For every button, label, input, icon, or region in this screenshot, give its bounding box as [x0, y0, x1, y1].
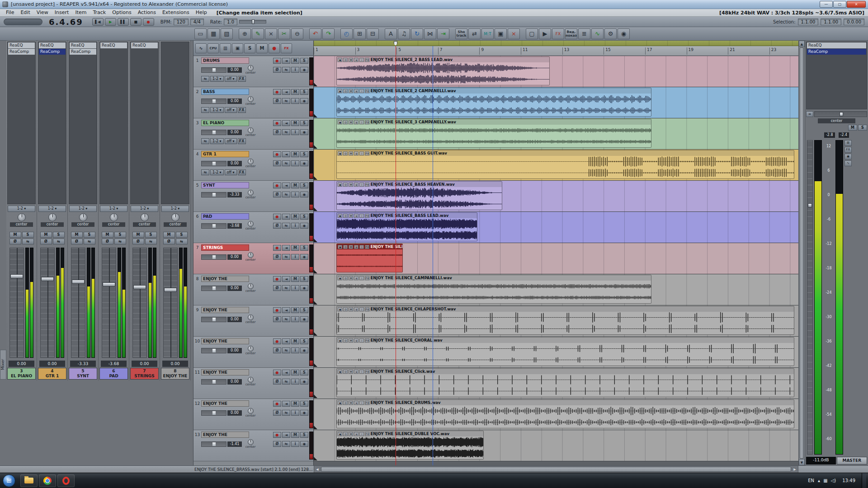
master-fx-slot[interactable]: ReaEQ [807, 42, 866, 48]
volume-fader-thumb[interactable] [212, 286, 216, 290]
record-arm-button[interactable]: ● [273, 338, 281, 344]
track-lane-5[interactable]: ◉⊙M≡iFXENJOY THE SILENCE_BASS HEAVEN.wav [314, 181, 798, 212]
volume-fader-thumb[interactable] [103, 282, 115, 286]
mixer-fx-slot[interactable]: ReaEQ [39, 42, 66, 48]
mixer-routing-button[interactable]: 1-2 ▾ [161, 206, 189, 212]
io-button[interactable]: ⇆ [282, 67, 290, 73]
item-fx-icon[interactable]: FX [365, 151, 369, 155]
item-properties-icon[interactable]: i [359, 151, 364, 155]
env-button[interactable]: i [291, 441, 299, 447]
master-route-button[interactable]: ⊞ [844, 140, 852, 146]
track-fx-button[interactable]: FX [238, 169, 246, 175]
item-fx-icon[interactable]: FX [365, 432, 369, 436]
track-name-button[interactable]: EL PIANO [201, 120, 249, 126]
rate-value[interactable]: 1.0 [224, 19, 237, 25]
master-pan-thumb[interactable] [840, 112, 843, 116]
mute-button[interactable]: M [291, 307, 299, 313]
mixer-routing-button[interactable]: 1-2 ▾ [69, 206, 97, 212]
volume-fader[interactable] [40, 248, 55, 358]
record-button[interactable]: ● [143, 18, 154, 26]
monitor-button[interactable]: ◄ [282, 401, 290, 407]
send-select[interactable]: off ▾ [225, 138, 237, 144]
phase-button[interactable]: Ø [273, 129, 281, 135]
master-volume-readout[interactable]: -11.0dB [806, 457, 836, 465]
track-lane-11[interactable]: ◉⊙M≡iFXENJOY THE SILENCE_Click.wav [314, 368, 798, 399]
record-arm-button[interactable]: ● [273, 401, 281, 407]
go-to-start-button[interactable]: ▌◀ [92, 18, 104, 26]
trim-button[interactable]: ◉ [300, 316, 308, 322]
trim-button[interactable]: ◉ [300, 441, 308, 447]
trim-button[interactable]: ◉ [300, 160, 308, 166]
phase-button[interactable]: Ø [273, 67, 281, 73]
selection-start[interactable]: 1.1.00 [798, 19, 819, 25]
item-fx-icon[interactable]: FX [365, 120, 369, 124]
volume-fader[interactable] [201, 130, 226, 135]
io-button[interactable]: ⇆ [114, 239, 126, 244]
item-mute-icon[interactable]: M [349, 370, 353, 374]
item-lock-icon[interactable]: ⊙ [343, 214, 348, 218]
volume-fader-thumb[interactable] [212, 162, 216, 165]
horizontal-scrollbar-thumb[interactable] [321, 467, 791, 472]
mixer-track-label[interactable]: 5SYNT [69, 368, 97, 380]
tcp-track-8[interactable]: 8ENJOY THE●◄MS0.00centerØ⇆i◉ [193, 274, 313, 305]
env-button[interactable]: i [291, 379, 299, 385]
phase-button[interactable]: Ø [71, 239, 83, 244]
track-fx-button[interactable]: FX [238, 76, 246, 82]
phase-button[interactable]: Ø [273, 223, 281, 229]
media-item[interactable]: ◉⊙M≡iFXENJOY THE SILENCE_BASS LEAD.wav [336, 212, 477, 241]
horizontal-scrollbar[interactable]: ◀ ▶ [314, 466, 798, 473]
io-button[interactable]: ⇆ [282, 410, 290, 416]
item-notes-icon[interactable]: ≡ [354, 58, 359, 62]
maximize-button[interactable]: ▢ [833, 1, 846, 8]
mixer-track-label[interactable]: 7STRINGS [130, 368, 159, 380]
phase-button[interactable]: Ø [102, 239, 113, 244]
vertical-scrollbar[interactable]: ▲ ▼ [798, 41, 805, 465]
volume-fader[interactable] [201, 192, 226, 197]
phase-button[interactable]: Ø [273, 316, 281, 322]
tcp-rec-all-button[interactable]: ● [269, 43, 280, 53]
pan-knob[interactable] [248, 377, 254, 383]
send-select[interactable]: off ▾ [225, 169, 237, 175]
pan-knob[interactable] [248, 314, 254, 320]
show-desktop-button[interactable] [862, 473, 866, 488]
track-name-button[interactable]: ENJOY THE [201, 369, 249, 375]
env-button[interactable]: i [291, 254, 299, 260]
record-arm-button[interactable]: ● [273, 307, 281, 313]
solo-button[interactable]: S [300, 432, 308, 438]
io-button[interactable]: ⇆ [282, 441, 290, 447]
pan-knob[interactable] [110, 213, 118, 221]
solo-button[interactable]: S [114, 232, 126, 238]
volume-fader-thumb[interactable] [212, 131, 216, 134]
solo-button[interactable]: S [300, 58, 308, 64]
item-volume-icon[interactable]: ◉ [338, 370, 342, 374]
item-lock-icon[interactable]: ⊙ [343, 151, 348, 155]
mute-button[interactable]: M [291, 338, 299, 344]
record-arm-button[interactable]: ● [273, 183, 281, 188]
mixer-routing-button[interactable]: 1-2 ▾ [131, 206, 158, 212]
volume-fader[interactable] [201, 441, 226, 447]
media-item[interactable]: ◉⊙M≡iFXENJOY THE SILENCE_BRASS.wav [336, 244, 403, 272]
pan-knob[interactable] [248, 190, 254, 196]
pan-knob[interactable] [79, 213, 87, 221]
item-lock-icon[interactable]: ⊙ [343, 89, 348, 93]
track-name-button[interactable]: ENJOY THE [201, 276, 249, 282]
item-fx-icon[interactable]: FX [365, 183, 369, 187]
media-item[interactable]: ◉⊙M≡iFXENJOY THE SILENCE_BASS GUIT.wav [336, 150, 794, 179]
pan-knob[interactable] [248, 252, 254, 258]
rate-slider-thumb[interactable] [252, 19, 255, 24]
trim-button[interactable]: ◉ [300, 223, 308, 229]
record-arm-button[interactable]: ● [273, 89, 281, 95]
menu-actions[interactable]: Actions [135, 9, 159, 16]
mixer-track-label[interactable]: 3EL PIANO [7, 368, 36, 380]
item-mute-icon[interactable]: M [349, 432, 353, 436]
env-button[interactable]: i [291, 129, 299, 135]
pan-knob[interactable] [248, 96, 254, 102]
monitor-button[interactable]: ◄ [282, 183, 290, 188]
item-mute-icon[interactable]: M [349, 338, 353, 343]
tcp-track-6[interactable]: 6PAD●◄MS-3.68centerØ⇆i◉ [193, 212, 313, 243]
trim-button[interactable]: ◉ [300, 347, 308, 353]
mixer-track-label[interactable]: 4GTR 1 [38, 368, 66, 380]
track-name-button[interactable]: DRUMS [201, 57, 249, 64]
mixer-routing-button[interactable]: 1-2 ▾ [100, 206, 127, 212]
master-fx-slot[interactable]: ReaComp [807, 49, 866, 55]
